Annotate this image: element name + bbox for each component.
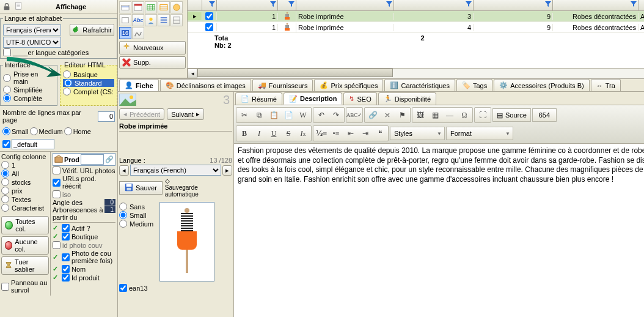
- tool-icon-9[interactable]: [158, 14, 170, 26]
- bold-button[interactable]: B: [237, 127, 252, 140]
- scroll-left-icon[interactable]: ◂: [188, 69, 197, 78]
- toutes-col-button[interactable]: Toutes col.: [1, 216, 49, 234]
- cfg-carac-radio[interactable]: [1, 204, 9, 212]
- scroll-thumb[interactable]: [197, 69, 393, 77]
- table-row[interactable]: 1 Robe imprimée 4 9 Robes décontractées …: [188, 22, 644, 33]
- maximize-button[interactable]: ⛶: [475, 108, 490, 122]
- format-select[interactable]: Format: [446, 127, 513, 140]
- actif-check[interactable]: [62, 224, 70, 232]
- tool-icon-3[interactable]: [145, 1, 157, 13]
- underline-button[interactable]: U: [266, 127, 281, 140]
- cfg-textes-radio[interactable]: [1, 195, 9, 203]
- funnel-icon[interactable]: [209, 1, 215, 7]
- editor-standard-radio[interactable]: [64, 79, 72, 87]
- unlink-button[interactable]: ⤫: [380, 108, 395, 122]
- bullist-button[interactable]: •≡: [329, 127, 343, 140]
- tab-prix[interactable]: 💰Prix spécifiques: [314, 79, 383, 91]
- subtab-resume[interactable]: 📄Résumé: [235, 92, 282, 105]
- language-select[interactable]: Français (Frenc: [3, 24, 61, 35]
- tool-icon-5[interactable]: [170, 1, 183, 13]
- save-button[interactable]: Sauver: [119, 181, 163, 195]
- funnel-icon[interactable]: [466, 1, 472, 7]
- imgsize-small-radio[interactable]: [119, 211, 127, 219]
- numlist-button[interactable]: ⅓≡: [314, 127, 329, 140]
- styles-select[interactable]: Styles: [390, 127, 445, 140]
- imgsize-medium-radio[interactable]: [119, 220, 127, 228]
- size-small-radio[interactable]: [2, 127, 10, 135]
- cut-button[interactable]: ✂: [237, 108, 252, 122]
- iface-complete-radio[interactable]: [3, 94, 11, 102]
- lang-categories-check[interactable]: [3, 48, 11, 56]
- redo-button[interactable]: ↷: [329, 108, 343, 122]
- maxlines-input[interactable]: [98, 111, 115, 122]
- idphoto-check[interactable]: [53, 241, 60, 249]
- prev-button[interactable]: ◂Précédent: [119, 108, 164, 120]
- row-check[interactable]: [205, 23, 213, 31]
- table-row[interactable]: ▸ 1 Robe imprimée 3 9 Robes décontractée…: [188, 11, 644, 22]
- blockquote-button[interactable]: ❝: [373, 127, 387, 140]
- tab-fiche[interactable]: 👤Fiche: [119, 79, 159, 91]
- cfg-1-radio[interactable]: [1, 161, 9, 169]
- editor-basique-radio[interactable]: [63, 70, 71, 78]
- tool-icon-sel[interactable]: 16: [119, 27, 131, 39]
- tool-icon-1[interactable]: [119, 1, 131, 13]
- supp-button[interactable]: Supp.: [119, 56, 186, 69]
- urls-reecrit-check[interactable]: [53, 179, 60, 187]
- indent-button[interactable]: ⇥: [358, 127, 373, 140]
- panneau-check[interactable]: [1, 283, 9, 291]
- italic-button[interactable]: I: [252, 127, 266, 140]
- refresh-button[interactable]: Rafraîchir: [70, 24, 114, 36]
- tab-tags[interactable]: 🏷️Tags: [456, 79, 492, 91]
- funnel-icon[interactable]: [270, 1, 276, 7]
- strike-button[interactable]: S: [281, 127, 296, 140]
- special-button[interactable]: Ω: [457, 108, 472, 122]
- table-button[interactable]: ▦: [428, 108, 442, 122]
- paste-text-button[interactable]: 📄: [281, 108, 296, 122]
- editor-complet-radio[interactable]: [63, 88, 71, 95]
- tab-carac[interactable]: ℹ️Caractéristiques: [384, 79, 455, 91]
- size-medium-radio[interactable]: [30, 127, 38, 135]
- idprod-check[interactable]: [62, 274, 70, 282]
- tab-fournisseurs[interactable]: 🚚Fournisseurs: [252, 79, 313, 91]
- copy-button[interactable]: ⧉: [252, 108, 266, 122]
- funnel-icon[interactable]: [386, 1, 392, 7]
- aucune-col-button[interactable]: Aucune col.: [1, 236, 49, 255]
- undo-button[interactable]: ↶: [314, 108, 329, 122]
- funnel-icon[interactable]: [288, 1, 295, 7]
- encoding-select[interactable]: UTF-8 (UNICOD: [3, 37, 61, 48]
- tool-icon-11[interactable]: [132, 27, 144, 39]
- tool-icon-4[interactable]: [158, 1, 170, 13]
- tab-accessoires[interactable]: ⚙️Accessoires (Produits B): [494, 79, 589, 91]
- size-home-radio[interactable]: [64, 127, 72, 135]
- lang-prev-button[interactable]: ◂: [119, 165, 129, 176]
- default-check[interactable]: [2, 140, 10, 148]
- tuer-sablier-button[interactable]: Tuer sablier: [1, 256, 49, 275]
- subtab-description[interactable]: 📝Description: [284, 92, 343, 105]
- tab-declinaisons[interactable]: 🎨Déclinaisons et images: [160, 79, 251, 91]
- link-button[interactable]: 🔗: [365, 108, 380, 122]
- boutique-check[interactable]: [62, 233, 70, 241]
- nom-check[interactable]: [62, 265, 70, 273]
- next-button[interactable]: Suivant▸: [167, 108, 204, 120]
- nouveaux-button[interactable]: Nouveaux: [119, 41, 186, 54]
- tool-icon-2[interactable]: [132, 1, 144, 13]
- row-check[interactable]: [205, 12, 213, 20]
- iface-simpl-radio[interactable]: [3, 86, 11, 94]
- hr-button[interactable]: —: [442, 108, 457, 122]
- lang-next-button[interactable]: ▸: [222, 165, 232, 176]
- funnel-icon[interactable]: [545, 1, 551, 7]
- description-editor[interactable]: Fashion propose des vêtements de qualité…: [234, 144, 644, 187]
- cfg-stocks-radio[interactable]: [1, 178, 9, 186]
- imgsize-sans-radio[interactable]: [119, 203, 127, 211]
- image-button[interactable]: 🖼: [413, 108, 428, 122]
- iface-prise-radio[interactable]: [3, 74, 11, 82]
- grid-hscroll[interactable]: ◂ ▸: [188, 68, 644, 78]
- tool-icon-8[interactable]: [145, 14, 157, 26]
- photocou-check[interactable]: [62, 253, 70, 261]
- tool-icon-6[interactable]: [119, 14, 131, 26]
- cfg-all-radio[interactable]: [1, 170, 9, 177]
- spellcheck-button[interactable]: ABC✓: [347, 108, 362, 122]
- paste-word-button[interactable]: W: [296, 108, 310, 122]
- paste-button[interactable]: 📋: [266, 108, 281, 122]
- subtab-dispo[interactable]: 🏃Disponibilité: [378, 92, 436, 105]
